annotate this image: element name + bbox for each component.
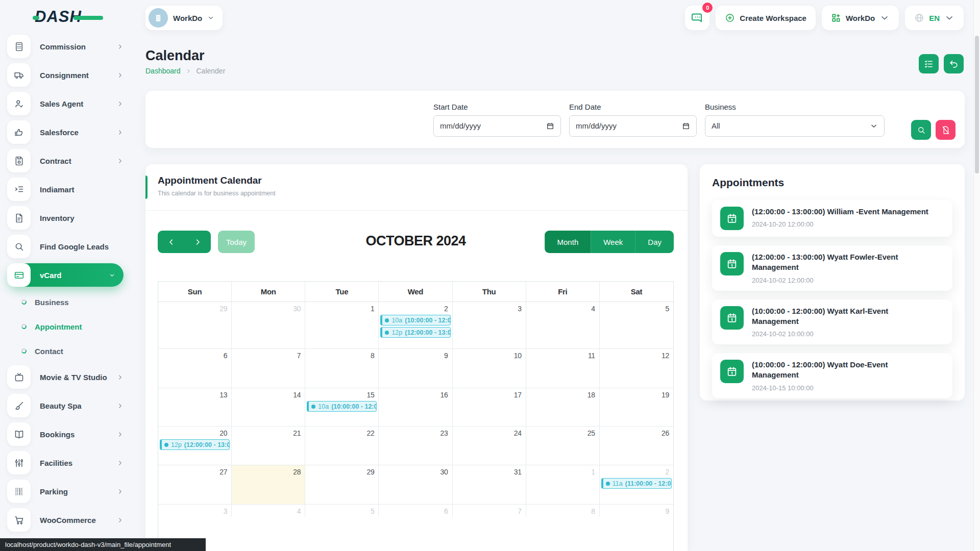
appointment-card[interactable]: (12:00:00 - 13:00:00) Wyatt Fowler-Event… xyxy=(712,245,952,291)
sidebar-item-commission[interactable]: Commission xyxy=(7,35,124,58)
create-workspace-button[interactable]: Create Workspace xyxy=(716,6,816,30)
calendar-cell-29[interactable]: 29 xyxy=(305,465,379,504)
sidebar: CommissionConsignmentSales AgentSalesfor… xyxy=(0,31,132,551)
calendar-cell-14[interactable]: 14 xyxy=(232,388,305,426)
calendar-cell-24[interactable]: 24 xyxy=(453,427,526,465)
workspace-switcher[interactable]: WorkDo xyxy=(145,6,223,30)
calendar-cell-2-other-month[interactable]: 211a(11:00:00 - 12:00:00) xyxy=(600,465,673,504)
calendar-cell-7[interactable]: 7 xyxy=(232,349,305,388)
calendar-cell-23[interactable]: 23 xyxy=(379,427,452,465)
sidebar-item-indiamart[interactable]: Indiamart xyxy=(7,178,124,201)
back-button[interactable] xyxy=(944,54,964,73)
calendar-cell-30[interactable]: 30 xyxy=(379,465,452,504)
day-number: 9 xyxy=(379,349,452,361)
calendar-cell-4-other-month[interactable]: 4 xyxy=(232,505,305,517)
end-date-input[interactable]: mm/dd/yyyy xyxy=(569,115,697,137)
calendar-cell-31[interactable]: 31 xyxy=(453,465,526,504)
calendar-cell-6[interactable]: 6 xyxy=(158,349,232,388)
sidebar-item-label: vCard xyxy=(40,271,100,280)
business-select[interactable]: All xyxy=(705,115,885,137)
calendar-cell-27[interactable]: 27 xyxy=(158,465,232,504)
view-month-button[interactable]: Month xyxy=(545,231,591,253)
language-button[interactable]: EN xyxy=(905,6,964,30)
sidebar-item-business[interactable]: Business xyxy=(21,292,132,312)
sidebar-item-vcard[interactable]: vCard xyxy=(7,263,124,287)
sidebar-item-facilities[interactable]: Facilities xyxy=(7,451,124,474)
calendar-cell-9[interactable]: 9 xyxy=(379,349,452,388)
calendar-cell-30-other-month[interactable]: 30 xyxy=(232,302,305,348)
start-date-input[interactable]: mm/dd/yyyy xyxy=(433,115,561,137)
calendar-cell-3-other-month[interactable]: 3 xyxy=(158,505,232,517)
calendar-cell-21[interactable]: 21 xyxy=(232,427,305,465)
calendar-cell-15[interactable]: 1510a(10:00:00 - 12:00:00) xyxy=(305,388,379,426)
calendar-cell-8[interactable]: 8 xyxy=(305,349,379,388)
day-number: 3 xyxy=(158,505,231,517)
calendar-cell-17[interactable]: 17 xyxy=(453,388,526,426)
calendar-cell-29-other-month[interactable]: 29 xyxy=(158,302,232,348)
calendar-cell-13[interactable]: 13 xyxy=(158,388,232,426)
page-scrollbar[interactable] xyxy=(973,0,980,551)
calendar-cell-25[interactable]: 25 xyxy=(526,427,600,465)
calendar-cell-4[interactable]: 4 xyxy=(526,302,600,348)
filter-search-button[interactable] xyxy=(911,120,931,140)
view-week-button[interactable]: Week xyxy=(591,231,635,253)
calendar-cell-12[interactable]: 12 xyxy=(600,349,673,388)
appointment-card[interactable]: (10:00:00 - 12:00:00) Wyatt Doe-Event Ma… xyxy=(712,353,952,398)
calendar-event[interactable]: 12p(12:00:00 - 13:00:00) xyxy=(380,327,450,338)
calendar-cell-2[interactable]: 210a(10:00:00 - 12:00:00)12p(12:00:00 - … xyxy=(379,302,452,348)
view-day-button[interactable]: Day xyxy=(635,231,674,253)
calendar-cell-10[interactable]: 10 xyxy=(453,349,526,388)
calendar-cell-9-other-month[interactable]: 9 xyxy=(600,505,673,517)
calendar-cell-8-other-month[interactable]: 8 xyxy=(526,505,600,517)
calendar-event[interactable]: 10a(10:00:00 - 12:00:00) xyxy=(307,401,377,412)
calendar-event[interactable]: 10a(10:00:00 - 12:00:00) xyxy=(380,315,450,325)
calendar-cell-5-other-month[interactable]: 5 xyxy=(305,505,379,517)
messages-button[interactable]: 0 xyxy=(685,6,709,30)
calendar-cell-20[interactable]: 2012p(12:00:00 - 13:00:00) xyxy=(158,427,232,465)
sidebar-item-consignment[interactable]: Consignment xyxy=(7,63,124,87)
sidebar-item-sales-agent[interactable]: Sales Agent xyxy=(7,92,124,115)
calendar-cell-26[interactable]: 26 xyxy=(600,427,673,465)
calendar-cell-19[interactable]: 19 xyxy=(600,388,673,426)
sidebar-item-beauty-spa[interactable]: Beauty Spa xyxy=(7,394,124,417)
chevron-right-icon xyxy=(117,129,124,136)
day-number: 7 xyxy=(232,349,305,361)
calendar-cell-28[interactable]: 28 xyxy=(232,465,305,504)
day-number: 30 xyxy=(379,465,452,478)
day-number: 16 xyxy=(379,388,452,400)
calendar-cell-7-other-month[interactable]: 7 xyxy=(453,505,526,517)
sidebar-item-label: Commission xyxy=(40,42,108,51)
calendar-list-view-button[interactable] xyxy=(919,54,939,73)
sidebar-item-appointment[interactable]: Appointment xyxy=(21,316,132,337)
filter-reset-button[interactable] xyxy=(936,120,955,140)
calendar-cell-22[interactable]: 22 xyxy=(305,427,379,465)
calendar-cell-3[interactable]: 3 xyxy=(453,302,526,348)
sidebar-item-find-google-leads[interactable]: Find Google Leads xyxy=(7,235,124,258)
calendar-cell-1-other-month[interactable]: 1 xyxy=(526,465,600,504)
breadcrumb-dashboard-link[interactable]: Dashboard xyxy=(145,67,181,75)
sidebar-item-inventory[interactable]: Inventory xyxy=(7,206,124,230)
calendar-cell-11[interactable]: 11 xyxy=(526,349,600,388)
sidebar-item-woocommerce[interactable]: WooCommerce xyxy=(7,508,124,532)
sidebar-item-contract[interactable]: Contract xyxy=(7,149,124,172)
calendar-cell-1[interactable]: 1 xyxy=(305,302,379,348)
appointment-card[interactable]: (10:00:00 - 12:00:00) Wyatt Karl-Event M… xyxy=(712,299,952,345)
appointment-datetime: 2024-10-02 10:00:00 xyxy=(752,330,932,338)
calendar-cell-16[interactable]: 16 xyxy=(379,388,452,426)
notification-badge: 0 xyxy=(702,3,713,13)
scrollbar-thumb[interactable] xyxy=(975,36,979,173)
chevron-right-icon xyxy=(117,403,124,409)
workdo-menu-button[interactable]: WorkDo xyxy=(822,6,899,30)
calendar-cell-6-other-month[interactable]: 6 xyxy=(379,505,452,517)
sidebar-item-movie-tv-studio[interactable]: Movie & TV Studio xyxy=(7,365,124,389)
calendar-event[interactable]: 12p(12:00:00 - 13:00:00) xyxy=(160,439,230,450)
sidebar-item-salesforce[interactable]: Salesforce xyxy=(7,120,124,144)
sidebar-item-bookings[interactable]: Bookings xyxy=(7,422,124,446)
calendar-event[interactable]: 11a(11:00:00 - 12:00:00) xyxy=(601,478,672,489)
calendar-cell-18[interactable]: 18 xyxy=(526,388,600,426)
calendar-cell-5[interactable]: 5 xyxy=(600,302,673,348)
sidebar-item-parking[interactable]: Parking xyxy=(7,480,124,503)
sidebar-item-contact[interactable]: Contact xyxy=(21,341,132,361)
appointment-card[interactable]: (12:00:00 - 13:00:00) William -Event Man… xyxy=(712,200,952,237)
dash-logo[interactable]: DASH xyxy=(35,8,106,28)
